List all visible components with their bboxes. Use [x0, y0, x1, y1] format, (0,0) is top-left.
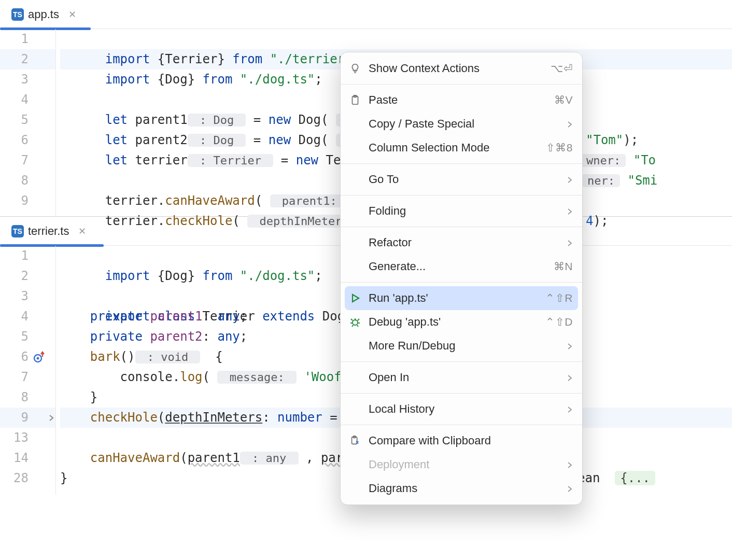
gutter-terrier: 1 2 3 4 5 6 7 8 9 13 14 28: [0, 246, 56, 495]
menu-item-label: Diagrams: [369, 482, 560, 495]
svg-point-1: [37, 357, 39, 359]
menu-separator: [341, 425, 582, 425]
menu-item[interactable]: Local History: [341, 397, 582, 421]
menu-item-label: Debug 'app.ts': [369, 315, 539, 329]
menu-item[interactable]: Paste⌘V: [341, 88, 582, 112]
fold-chevron-icon[interactable]: [47, 408, 56, 428]
menu-shortcut: ⌃⇧R: [545, 292, 573, 304]
menu-separator: [341, 195, 582, 195]
menu-item-label: Folding: [369, 204, 560, 218]
run-icon: [348, 292, 362, 304]
bulb-icon: [348, 63, 362, 74]
menu-item-label: Paste: [369, 93, 548, 107]
menu-item[interactable]: Folding: [341, 199, 582, 223]
chevron-right-icon: [567, 204, 573, 218]
menu-item[interactable]: Show Context Actions⌥⏎: [341, 57, 582, 80]
menu-item-label: Run 'app.ts': [369, 291, 539, 305]
svg-point-4: [353, 320, 358, 325]
clip-icon: [348, 435, 362, 446]
menu-shortcut: ⇧⌘8: [546, 142, 573, 154]
menu-separator: [341, 227, 582, 227]
override-gutter-icon[interactable]: [29, 347, 49, 367]
menu-item[interactable]: More Run/Debug: [341, 334, 582, 358]
menu-item[interactable]: Diagrams: [341, 477, 582, 500]
menu-item: Deployment: [341, 453, 582, 477]
menu-item[interactable]: Run 'app.ts'⌃⇧R: [345, 286, 578, 310]
tab-bar-top: TS app.ts ✕: [0, 0, 732, 29]
menu-shortcut: ⌥⏎: [551, 62, 573, 75]
menu-item-label: Local History: [369, 402, 560, 416]
menu-item-label: Compare with Clipboard: [369, 434, 573, 447]
menu-separator: [341, 361, 582, 362]
code-line: import {Terrier} from "./terrier.ts";: [60, 29, 732, 49]
chevron-right-icon: [567, 117, 573, 131]
bug-icon: [348, 316, 362, 328]
menu-separator: [341, 84, 582, 85]
tab-terrier-ts[interactable]: TS terrier.ts ✕: [4, 221, 93, 241]
menu-item[interactable]: Generate...⌘N: [341, 255, 582, 278]
paste-icon: [348, 94, 362, 106]
menu-item[interactable]: Copy / Paste Special: [341, 112, 582, 136]
close-icon[interactable]: ✕: [78, 226, 86, 237]
chevron-right-icon: [567, 458, 573, 471]
menu-shortcut: ⌘V: [554, 94, 573, 106]
close-icon[interactable]: ✕: [68, 9, 76, 20]
chevron-right-icon: [567, 339, 573, 353]
menu-item-label: Column Selection Mode: [369, 141, 540, 155]
menu-item[interactable]: Compare with Clipboard: [341, 429, 582, 453]
menu-item[interactable]: Go To: [341, 167, 582, 191]
menu-item-label: More Run/Debug: [369, 339, 560, 353]
menu-item-label: Copy / Paste Special: [369, 117, 560, 131]
menu-item-label: Open In: [369, 371, 560, 384]
menu-item[interactable]: Debug 'app.ts'⌃⇧D: [341, 310, 582, 334]
menu-item-label: Go To: [369, 173, 560, 186]
typescript-icon: TS: [11, 225, 24, 237]
typescript-icon: TS: [11, 8, 24, 21]
menu-item-label: Deployment: [369, 458, 560, 471]
chevron-right-icon: [567, 173, 573, 186]
chevron-right-icon: [567, 402, 573, 416]
tab-label: app.ts: [28, 8, 59, 21]
menu-item[interactable]: Open In: [341, 366, 582, 389]
menu-item[interactable]: Column Selection Mode⇧⌘8: [341, 136, 582, 160]
gutter-app: 1 2 3 4 5 6 7 8 9: [0, 29, 56, 216]
menu-item-label: Show Context Actions: [369, 62, 544, 75]
menu-shortcut: ⌃⇧D: [545, 316, 573, 328]
menu-separator: [341, 393, 582, 394]
menu-separator: [341, 163, 582, 164]
tab-label: terrier.ts: [28, 225, 69, 238]
chevron-right-icon: [567, 371, 573, 384]
menu-item-label: Refactor: [369, 236, 560, 249]
menu-item-label: Generate...: [369, 260, 547, 273]
chevron-right-icon: [567, 482, 573, 495]
menu-shortcut: ⌘N: [554, 260, 573, 273]
menu-item[interactable]: Refactor: [341, 231, 582, 255]
chevron-right-icon: [567, 236, 573, 249]
menu-separator: [341, 282, 582, 283]
tab-app-ts[interactable]: TS app.ts ✕: [4, 5, 83, 24]
context-menu: Show Context Actions⌥⏎Paste⌘VCopy / Past…: [340, 52, 583, 505]
